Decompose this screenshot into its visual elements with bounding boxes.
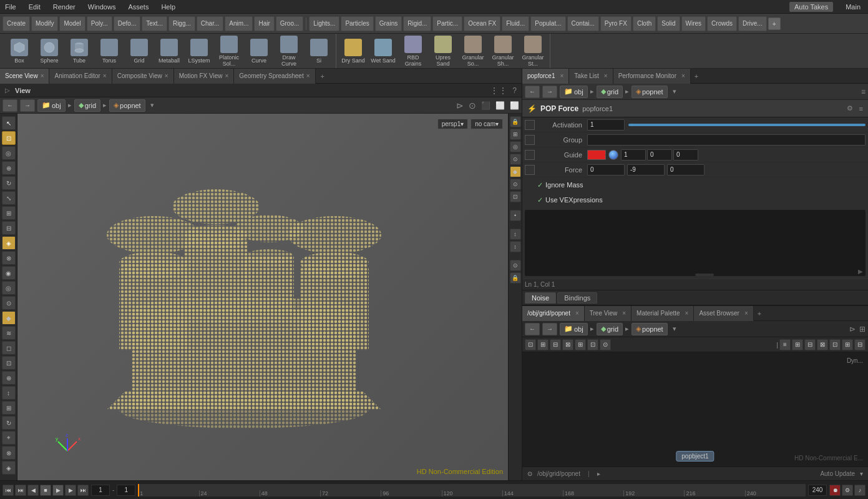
toolbar-wires[interactable]: Wires [681,16,706,31]
tl-record[interactable]: ⏺ [829,485,841,496]
ng-tab-close[interactable]: × [575,310,579,317]
path-back[interactable]: ← [2,99,17,112]
no-cam-badge[interactable]: no cam▾ [471,119,503,129]
tool-15[interactable]: ≋ [2,326,16,340]
ng-tab-material-close[interactable]: × [685,310,689,317]
shelf-draw-curve[interactable]: Draw Curve [275,36,303,67]
ng-btn-4[interactable]: ⊠ [562,339,573,350]
shelf-rbd-grains[interactable]: RBD Grains [399,36,427,67]
tl-prev-key[interactable]: ⏭ [15,485,26,496]
toolbar-hair[interactable]: Hair [254,16,274,31]
sub-tab-bindings[interactable]: Bindings [557,292,597,304]
code-resize-handle[interactable] [695,274,714,276]
tab-composite-view[interactable]: Composite View × [112,69,174,84]
tool-16[interactable]: ◻ [2,341,16,355]
tool-20[interactable]: ⊞ [2,401,16,415]
path-obj[interactable]: 📁 obj [37,99,66,112]
vrt-vis[interactable]: ◎ [510,141,521,152]
ng-btn-6[interactable]: ⊡ [587,339,598,350]
tl-play[interactable]: ▶ [52,485,64,496]
ng-tab-asset-close[interactable]: × [744,310,748,317]
ng-btn-12[interactable]: ⊡ [829,339,841,350]
toolbar-fluid[interactable]: Fluid... [502,16,529,31]
tab-motion-fx-close[interactable]: × [225,72,228,79]
viewport-control-5[interactable]: ⬜ [510,101,519,110]
shelf-lsystem[interactable]: LSystem [185,36,213,67]
ng-btn-14[interactable]: ⊟ [854,339,866,350]
end-frame-input[interactable] [808,485,827,496]
tool-translate[interactable]: ⊕ [2,161,16,175]
tool-19[interactable]: ↕ [2,386,16,400]
force-z-input[interactable] [667,164,705,175]
right-tab-popforce[interactable]: popforce1 × [522,69,569,84]
toolbar-pyro[interactable]: Pyro FX [600,16,631,31]
ng-tab-tree-close[interactable]: × [622,310,626,317]
viewport-control-4[interactable]: ⬜ [495,101,505,110]
popbject1-node[interactable]: popbject1 [676,451,714,462]
tl-next-key[interactable]: ⏭ [77,485,89,496]
tool-7[interactable]: ⊞ [2,206,16,220]
tool-12[interactable]: ◎ [2,281,16,295]
group-input[interactable] [587,134,866,146]
toolbar-rigg[interactable]: Rigg... [168,16,195,31]
params-more-icon[interactable]: ≡ [859,105,863,112]
tool-21[interactable]: ↻ [2,416,16,430]
right-path-options[interactable]: ≡ [861,87,866,96]
shelf-dry-sand[interactable]: Dry Sand [339,36,368,67]
vrt-grid[interactable]: ⊞ [510,129,521,140]
ng-path-grid[interactable]: ◆ grid [597,323,623,335]
tool-23[interactable]: ◈ [2,461,16,475]
shelf-granular-sh[interactable]: Granular Sh... [489,36,517,67]
ng-btn-5[interactable]: ⊞ [575,339,586,350]
shelf-metaball[interactable]: Metaball [155,36,183,67]
tab-animation-editor-close[interactable]: × [103,72,107,79]
ng-options-icon[interactable]: ⊳ [849,325,856,333]
toolbar-add-shelf[interactable]: + [768,17,781,30]
path-forward[interactable]: → [20,99,35,112]
tool-select[interactable]: ↖ [2,116,16,130]
add-right-tab[interactable]: + [691,72,702,80]
viewport-control-2[interactable]: ⊙ [469,101,476,111]
timeline-track[interactable]: 1 24 48 72 96 120 144 168 192 216 240 [138,484,806,497]
menu-file[interactable]: File [2,2,19,12]
toolbar-particles[interactable]: Particles [341,16,373,31]
vrt-lock[interactable]: 🔒 [510,272,521,284]
ng-tab-material[interactable]: Material Palette × [631,306,694,321]
tab-composite-view-close[interactable]: × [165,72,168,79]
toolbar-lights[interactable]: Lights... [309,16,339,31]
toolbar-rigid[interactable]: Rigid... [403,16,431,31]
ng-btn-7[interactable]: ⊙ [600,339,611,350]
tl-prev-frame[interactable]: ◀ [27,485,39,496]
tool-13[interactable]: ⊙ [2,296,16,310]
toolbar-create[interactable]: Create [2,16,30,31]
tool-14[interactable]: ◆ [2,311,16,325]
right-tab-performance[interactable]: Performance Monitor × [613,69,691,84]
shelf-si[interactable]: Si [305,36,333,67]
toolbar-contai[interactable]: Contai... [567,16,599,31]
tool-11[interactable]: ◉ [2,266,16,280]
shelf-granular-so[interactable]: Granular So... [459,36,487,67]
viewport-help[interactable]: ? [512,86,517,95]
vrt-cam[interactable]: ⊙ [510,179,521,190]
tab-motion-fx-view[interactable]: Motion FX View × [174,69,235,84]
perspective-badge[interactable]: persp1▾ [437,119,469,129]
node-graph-area[interactable]: Dyn... HD Non-Commercial E... popbject1 [522,352,868,467]
tool-active[interactable]: ⊡ [2,131,16,145]
viewport-control-3[interactable]: ⬛ [481,101,490,110]
vrt-view[interactable]: ⊙ [510,154,521,165]
toolbar-model[interactable]: Model [59,16,85,31]
ng-btn-2[interactable]: ⊞ [537,339,549,350]
shelf-grid[interactable]: Grid [125,36,154,67]
tool-headphone[interactable]: ⌖ [2,431,16,445]
vrt-snap[interactable]: 🔒 [510,116,521,127]
guide-num2-input[interactable] [647,149,672,161]
menu-windows[interactable]: Windows [85,2,119,12]
shelf-wet-sand[interactable]: Wet Sand [369,36,397,67]
shelf-granular-st[interactable]: Granular St... [519,36,547,67]
guide-color-picker[interactable] [608,150,618,160]
ng-btn-1[interactable]: ⊡ [525,339,536,350]
toolbar-poly[interactable]: Poly... [87,16,112,31]
menu-edit[interactable]: Edit [26,2,43,12]
shelf-platonic[interactable]: Platonic Sol... [215,36,243,67]
vrt-light[interactable]: ◆ [510,166,521,177]
